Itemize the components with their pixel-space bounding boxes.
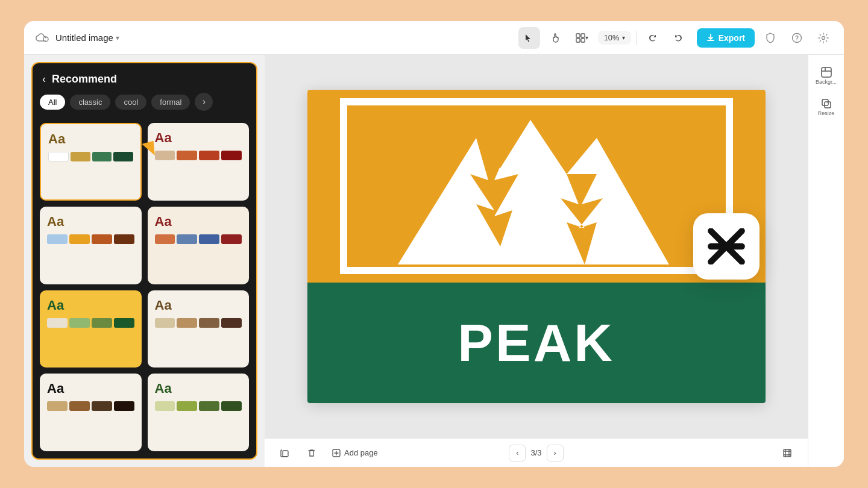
theme-swatches-6 bbox=[155, 318, 242, 328]
header-left: Untitled image ▾ bbox=[34, 30, 511, 46]
background-btn[interactable]: Backgr... bbox=[813, 62, 840, 89]
theme-swatches-1 bbox=[48, 152, 133, 161]
file-title[interactable]: Untitled image ▾ bbox=[55, 33, 119, 43]
theme-aa-7: Aa bbox=[47, 381, 134, 396]
help-btn[interactable]: ? bbox=[786, 27, 808, 49]
header-right: Export ? bbox=[697, 27, 834, 49]
theme-card-6[interactable]: Aa bbox=[148, 290, 250, 368]
tag-cool[interactable]: cool bbox=[115, 95, 146, 110]
app-icon-x-svg bbox=[705, 228, 747, 264]
svg-rect-1 bbox=[576, 34, 580, 37]
resize-btn[interactable]: Resize bbox=[813, 93, 840, 120]
svg-rect-3 bbox=[576, 39, 580, 42]
tag-classic[interactable]: classic bbox=[70, 95, 110, 110]
theme-aa-3: Aa bbox=[47, 214, 134, 230]
theme-card-5[interactable]: Aa bbox=[40, 290, 142, 368]
cloud-icon bbox=[34, 30, 51, 46]
bottom-toolbar: Add page ‹ 3/3 › bbox=[265, 438, 808, 467]
undo-btn[interactable] bbox=[641, 27, 663, 49]
back-btn[interactable]: ‹ bbox=[42, 73, 46, 86]
next-page-btn[interactable]: › bbox=[547, 445, 564, 461]
theme-swatches-2 bbox=[155, 151, 242, 160]
svg-point-7 bbox=[822, 36, 825, 39]
theme-swatches-4 bbox=[155, 234, 242, 244]
panel-header: ‹ Recommend bbox=[33, 63, 256, 93]
theme-aa-6: Aa bbox=[155, 298, 242, 313]
tag-formal[interactable]: formal bbox=[151, 95, 190, 110]
export-btn[interactable]: Export bbox=[697, 28, 755, 48]
theme-swatches-7 bbox=[47, 401, 134, 411]
delete-page-btn[interactable] bbox=[301, 442, 322, 464]
hand-tool-btn[interactable] bbox=[545, 27, 567, 49]
bottom-left: Add page bbox=[274, 442, 444, 464]
shield-btn[interactable] bbox=[760, 27, 781, 49]
svg-rect-2 bbox=[581, 34, 585, 37]
add-page-btn[interactable]: Add page bbox=[327, 446, 383, 460]
filter-tags: All classic cool formal › bbox=[33, 93, 256, 118]
theme-aa-4: Aa bbox=[155, 214, 242, 230]
peak-text: PEAK bbox=[458, 312, 615, 374]
header: Untitled image ▾ bbox=[24, 21, 844, 55]
panel-title: Recommend bbox=[52, 73, 117, 86]
tag-all[interactable]: All bbox=[40, 95, 65, 110]
theme-swatches-5 bbox=[47, 318, 134, 328]
svg-rect-17 bbox=[822, 67, 831, 77]
canvas-workspace: PEAK bbox=[265, 55, 808, 438]
theme-swatches-8 bbox=[155, 401, 242, 411]
settings-btn[interactable] bbox=[813, 27, 834, 49]
peak-bottom: PEAK bbox=[307, 283, 766, 403]
theme-aa-1: Aa bbox=[48, 131, 133, 147]
canvas-area: PEAK bbox=[265, 55, 808, 467]
resize-label: Resize bbox=[818, 111, 835, 116]
theme-aa-8: Aa bbox=[155, 381, 242, 396]
frame-btn[interactable] bbox=[776, 442, 798, 464]
floating-app-icon bbox=[693, 213, 760, 280]
svg-marker-9 bbox=[398, 120, 669, 264]
theme-card-7[interactable]: Aa bbox=[40, 374, 142, 451]
main-area: ‹ Recommend All classic cool formal › Aa bbox=[24, 55, 844, 467]
bottom-center: ‹ 3/3 › bbox=[451, 445, 621, 461]
prev-page-btn[interactable]: ‹ bbox=[509, 445, 526, 461]
theme-card-4[interactable]: Aa bbox=[148, 207, 250, 284]
right-panel: Backgr... Resize bbox=[808, 55, 844, 467]
theme-card-8[interactable]: Aa bbox=[148, 374, 250, 451]
theme-card-1[interactable]: Aa bbox=[40, 123, 142, 201]
recommend-panel: ‹ Recommend All classic cool formal › Aa bbox=[31, 62, 257, 460]
svg-text:?: ? bbox=[795, 35, 799, 42]
zoom-control[interactable]: 10% ▾ bbox=[598, 31, 631, 45]
page-counter: 3/3 bbox=[528, 448, 544, 457]
header-center: ▾ 10% ▾ bbox=[518, 27, 690, 49]
bottom-right bbox=[628, 442, 798, 464]
svg-rect-16 bbox=[784, 449, 791, 457]
theme-card-2[interactable]: Aa bbox=[148, 123, 250, 201]
theme-aa-5: Aa bbox=[47, 298, 134, 313]
themes-grid: Aa Aa bbox=[33, 118, 256, 458]
svg-rect-4 bbox=[581, 39, 585, 42]
select-tool-btn[interactable] bbox=[518, 27, 540, 49]
svg-rect-14 bbox=[283, 451, 288, 457]
redo-btn[interactable] bbox=[668, 27, 690, 49]
theme-swatches-3 bbox=[47, 234, 134, 244]
copy-page-btn[interactable] bbox=[274, 442, 296, 464]
theme-card-3[interactable]: Aa bbox=[40, 207, 142, 284]
tag-more-btn[interactable]: › bbox=[195, 93, 213, 111]
theme-aa-2: Aa bbox=[155, 130, 242, 146]
layout-btn[interactable]: ▾ bbox=[571, 27, 593, 49]
toolbar-divider bbox=[636, 31, 637, 45]
background-label: Backgr... bbox=[816, 80, 837, 85]
